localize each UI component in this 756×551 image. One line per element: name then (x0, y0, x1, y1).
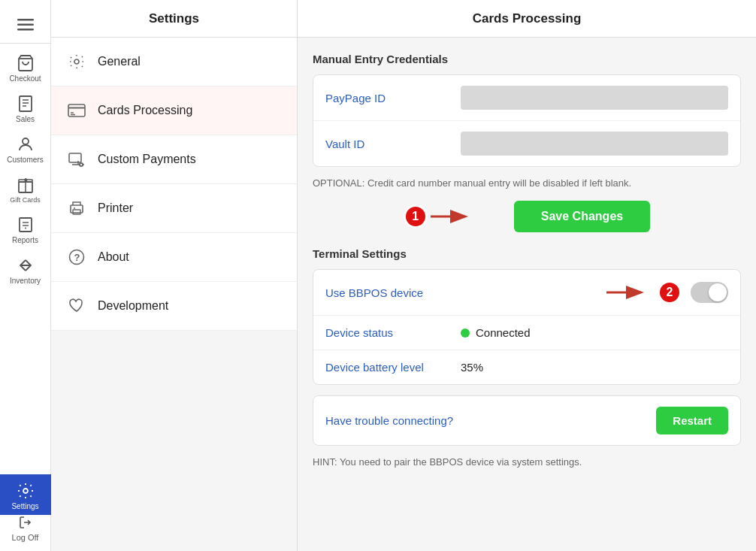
hamburger-icon (17, 19, 34, 31)
settings-menu: General Cards Processing (51, 38, 297, 551)
menu-item-cards-processing[interactable]: Cards Processing (51, 86, 297, 135)
sidebar-item-settings[interactable]: Settings (0, 474, 51, 515)
terminal-card: Use BBPOS device 2 (313, 269, 741, 385)
device-battery-label: Device battery level (325, 361, 461, 374)
person-icon (17, 135, 35, 153)
inventory-icon (17, 256, 35, 274)
main-content: Cards Processing Manual Entry Credential… (298, 0, 756, 551)
hint2: HINT: You need to pair the BBPOS device … (313, 456, 741, 468)
settings-panel-header: Settings (51, 0, 297, 38)
sidebar-item-customers[interactable]: Customers (0, 128, 51, 168)
svg-rect-12 (20, 218, 32, 232)
svg-rect-25 (73, 210, 80, 214)
svg-rect-22 (69, 153, 81, 162)
printer-icon (66, 198, 87, 219)
paypage-input[interactable] (461, 86, 728, 110)
circle-question-icon: ? (66, 247, 87, 268)
save-changes-button[interactable]: Save Changes (514, 201, 650, 232)
svg-rect-1 (17, 23, 34, 26)
menu-item-development[interactable]: Development (51, 282, 297, 331)
reports-icon (17, 216, 35, 234)
hamburger-menu[interactable] (0, 6, 51, 44)
svg-rect-0 (17, 19, 34, 21)
svg-rect-4 (20, 96, 32, 111)
menu-item-printer[interactable]: Printer (51, 184, 297, 233)
bbpos-toggle[interactable] (691, 282, 728, 303)
card-icon (66, 100, 87, 121)
custom-pay-icon (66, 149, 87, 170)
svg-point-8 (23, 138, 29, 144)
toggle-annotation-group: 2 (603, 280, 728, 304)
gift-icon (17, 176, 35, 194)
optional-hint: OPTIONAL: Credit card number manual entr… (313, 177, 741, 189)
device-battery-value: 35% (461, 361, 483, 374)
cart-icon (17, 54, 35, 72)
device-status-value: Connected (461, 326, 531, 339)
device-status-label: Device status (325, 326, 461, 339)
paypage-row: PayPage ID (313, 75, 740, 121)
annotation-1-group: 1 (404, 204, 469, 229)
bbpos-row: Use BBPOS device 2 (313, 270, 740, 316)
sidebar-item-gift-cards[interactable]: Gift Cards (0, 168, 51, 208)
trouble-row: Have trouble connecting? Restart (313, 395, 741, 446)
svg-point-17 (74, 59, 79, 64)
restart-button[interactable]: Restart (656, 407, 728, 434)
section-manual-title: Manual Entry Credentials (313, 53, 741, 65)
icon-nav: Checkout Sales Customers (0, 0, 51, 551)
trouble-label: Have trouble connecting? (325, 414, 453, 427)
annotation-2: 2 (658, 280, 682, 304)
svg-point-16 (23, 489, 28, 493)
annotation-1-arrow (428, 207, 469, 226)
sidebar-item-checkout[interactable]: Checkout (0, 47, 51, 87)
gear-small-icon (66, 51, 87, 72)
save-annotation-wrapper: 1 Save Changes (404, 201, 650, 232)
sidebar-item-reports[interactable]: Reports (0, 208, 51, 249)
settings-panel: Settings General (51, 0, 298, 551)
manual-credentials-card: PayPage ID Vault ID (313, 74, 741, 167)
bbpos-label: Use BBPOS device (325, 286, 423, 299)
logout-icon (18, 515, 33, 530)
sidebar-item-sales[interactable]: Sales (0, 87, 51, 128)
svg-point-15 (25, 228, 26, 229)
annotation-2-arrow (603, 283, 649, 301)
save-area: 1 Save Changes (313, 201, 741, 232)
vault-row: Vault ID (313, 121, 740, 166)
annotation-1: 1 (404, 204, 428, 229)
sidebar-item-inventory[interactable]: Inventory (0, 249, 51, 289)
settings-icon (17, 482, 35, 500)
menu-item-about[interactable]: ? About (51, 233, 297, 282)
status-dot-connected (461, 328, 470, 338)
vault-input[interactable] (461, 132, 728, 156)
receipt-icon (17, 95, 35, 113)
log-off-button[interactable]: Log Off (0, 515, 51, 551)
menu-item-general[interactable]: General (51, 38, 297, 86)
paypage-label: PayPage ID (325, 92, 461, 104)
svg-rect-2 (17, 29, 34, 31)
heart-icon (66, 295, 87, 316)
section-terminal-title: Terminal Settings (313, 247, 741, 260)
device-status-row: Device status Connected (313, 316, 740, 350)
device-battery-row: Device battery level 35% (313, 350, 740, 384)
main-header: Cards Processing (298, 0, 756, 38)
vault-label: Vault ID (325, 138, 461, 150)
main-body: Manual Entry Credentials PayPage ID Vaul… (298, 38, 756, 495)
svg-text:?: ? (74, 252, 80, 263)
menu-item-custom-payments[interactable]: Custom Payments (51, 135, 297, 184)
